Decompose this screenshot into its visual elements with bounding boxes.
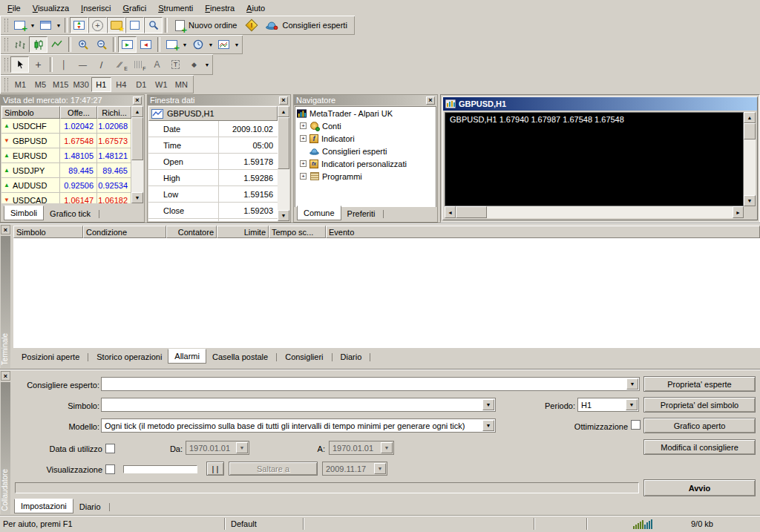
arrows-button[interactable]: ◆ [185,56,203,73]
table-row[interactable]: ▲USDJPY 89.445 89.465 [1,163,131,178]
new-order-button[interactable]: + Nuovo ordine [170,17,242,33]
chart-canvas[interactable]: GBPUSD,H1 1.67940 1.67987 1.67548 1.6754… [445,112,744,206]
expert-select[interactable]: ▼ [101,377,640,391]
market-watch-scrollbar[interactable]: ▲ ▼ [131,106,143,203]
chevron-down-icon[interactable]: ▼ [626,378,638,390]
tree-root[interactable]: MetaTrader - Alpari UK [295,107,436,119]
indicators-dropdown[interactable]: ▼ [181,42,189,47]
terminal-toggle[interactable] [125,17,144,33]
zoom-in-button[interactable] [73,36,92,53]
tree-item-conti[interactable]: + Conti [295,119,436,132]
templates-dropdown[interactable]: ▼ [233,42,240,47]
chart-shift-button[interactable]: ◄ [137,36,155,53]
table-row[interactable]: ▲AUDUSD 0.92506 0.92534 [1,178,131,193]
tab-posizioni-aperte[interactable]: Posizioni aperte [16,351,85,363]
candlestick-chart-button[interactable] [29,36,48,53]
timeframe-d1[interactable]: D1 [131,77,151,92]
scroll-left-icon[interactable]: ◄ [445,206,456,218]
tab-consiglieri[interactable]: Consiglieri [279,351,329,363]
optimization-checkbox[interactable] [631,420,641,430]
toolbar-grip[interactable] [4,38,8,51]
arrows-dropdown[interactable]: ▼ [203,62,211,68]
from-date-select[interactable]: 1970.01.01▼ [186,441,249,455]
trendline-button[interactable]: / [92,56,111,73]
scroll-right-icon[interactable]: ► [733,206,744,218]
toolbar-grip[interactable] [4,58,8,71]
close-icon[interactable]: × [1,371,10,381]
close-icon[interactable]: × [279,96,288,105]
column-tempo[interactable]: Tempo sc... [269,226,326,238]
menu-grafici[interactable]: Grafici [117,2,152,14]
text-button[interactable]: A [148,56,166,73]
timeframe-mn[interactable]: MN [171,77,191,92]
timeframe-w1[interactable]: W1 [151,77,171,92]
data-window-titlebar[interactable]: Finestra dati × [148,95,290,105]
column-contatore[interactable]: Contatore [166,226,217,238]
toolbar-grip[interactable] [4,78,8,91]
scrollbar-thumb[interactable] [744,123,756,139]
open-chart-button[interactable]: Grafico aperto [643,418,756,433]
tree-item-programmi[interactable]: + Programmi [295,170,436,183]
chevron-down-icon[interactable]: ▼ [374,463,386,474]
period-select[interactable]: H1▼ [577,398,639,412]
menu-finestra[interactable]: Finestra [199,2,240,14]
menu-visualizza[interactable]: Visualizza [27,2,75,14]
tab-simboli[interactable]: Simboli [4,206,44,220]
visual-speed-slider[interactable] [123,465,197,473]
periods-dropdown[interactable]: ▼ [207,42,214,47]
scroll-down-icon[interactable]: ▼ [278,210,289,221]
symbol-select[interactable]: ▼ [101,398,496,412]
modify-expert-button[interactable]: Modifica il consigliere [643,439,756,455]
fibonacci-button[interactable]: F [129,56,148,73]
periods-button[interactable] [189,36,207,53]
tab-storico-operazioni[interactable]: Storico operazioni [91,351,168,363]
menu-inserisci[interactable]: Inserisci [75,2,117,14]
date-use-checkbox[interactable] [105,444,115,453]
new-chart-dropdown[interactable]: ▼ [29,23,36,28]
strategy-tester-toggle[interactable] [144,17,163,33]
to-date-select[interactable]: 1970.01.01▼ [329,441,394,455]
new-chart-button[interactable]: + [10,17,29,33]
status-profile[interactable]: Default [225,519,303,528]
column-simbolo[interactable]: Simbolo [1,106,60,119]
zoom-out-button[interactable] [92,36,111,53]
tester-side-label-strip[interactable]: Collaudatore [1,382,10,514]
scroll-up-icon[interactable]: ▲ [131,106,143,117]
symbol-properties-button[interactable]: Proprieta' del simbolo [643,397,756,413]
visual-mode-checkbox[interactable] [105,464,115,474]
terminal-side-label-strip[interactable]: Terminale [1,236,10,368]
tab-diario-tester[interactable]: Diario [73,501,107,513]
timeframe-h4[interactable]: H4 [111,77,131,92]
line-chart-button[interactable] [48,36,66,53]
chevron-down-icon[interactable]: ▼ [482,420,494,431]
menu-aiuto[interactable]: Aiuto [240,2,271,14]
tree-item-consiglieri-esperti[interactable]: Consiglieri esperti [295,145,436,157]
column-condizione[interactable]: Condizione [83,226,166,238]
expand-plus-icon[interactable]: + [300,160,307,167]
chevron-down-icon[interactable]: ▼ [626,399,638,410]
scroll-down-icon[interactable]: ▼ [131,192,143,203]
bar-chart-button[interactable] [10,36,29,53]
data-window-toggle[interactable]: + [88,17,107,33]
tree-item-indicatori[interactable]: + f Indicatori [295,132,436,145]
scrollbar-thumb[interactable] [456,206,487,218]
start-button[interactable]: Avvio [643,479,756,496]
data-window-scrollbar[interactable]: ▲ ▼ [278,106,289,221]
market-watch-titlebar[interactable]: Vista del mercato: 17:47:27 × [1,95,144,105]
menu-file[interactable]: File [1,2,27,14]
chart-hscrollbar[interactable]: ◄ ► [445,206,744,218]
expand-plus-icon[interactable]: + [300,135,307,142]
table-row[interactable]: ▲USDCHF 1.02042 1.02068 [1,119,131,134]
close-icon[interactable]: × [1,225,10,234]
market-watch-toggle[interactable]: ▲ ▼ [70,17,88,33]
tab-preferiti[interactable]: Preferiti [341,208,381,220]
chart-titlebar[interactable]: GBPUSD,H1 [443,97,757,111]
crosshair-button[interactable]: + [29,56,48,73]
expand-plus-icon[interactable]: + [300,122,307,129]
tab-impostazioni[interactable]: Impostazioni [14,499,73,513]
table-row[interactable]: ▼USDCAD 1.06147 1.06182 [1,193,131,203]
chevron-down-icon[interactable]: ▼ [236,442,248,453]
timeframe-m1[interactable]: M1 [10,77,30,92]
menu-strumenti[interactable]: Strumenti [152,2,199,14]
timeframe-m5[interactable]: M5 [30,77,50,92]
